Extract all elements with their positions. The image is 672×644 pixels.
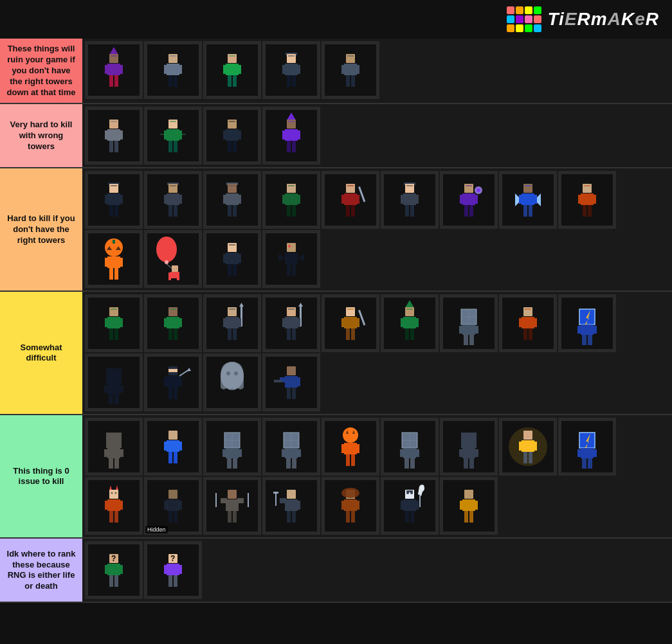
tier-item-b9[interactable] [558,171,616,229]
tier-item-c3[interactable] [203,294,261,352]
svg-rect-111 [288,185,295,186]
tier-item-b12[interactable] [203,230,261,288]
tier-item-c13[interactable] [262,353,320,411]
svg-rect-402 [221,498,227,503]
tier-item-f2[interactable]: ? [144,541,202,599]
tier-item-a4[interactable] [262,107,320,165]
tier-item-b10[interactable] [85,230,143,288]
svg-rect-377 [577,449,582,457]
svg-rect-55 [164,130,168,139]
tier-item-b5[interactable] [322,171,379,229]
svg-rect-386 [105,501,109,510]
tier-content-tier-s [82,39,672,103]
tier-item-d2[interactable] [144,418,202,476]
tier-item-d4[interactable] [262,418,320,476]
svg-rect-100 [237,195,241,204]
tier-item-a2[interactable] [144,107,202,165]
svg-rect-434 [410,511,414,523]
svg-rect-370 [523,452,527,463]
svg-rect-380 [588,458,592,469]
svg-rect-279 [119,385,123,393]
tier-item-d16[interactable] [440,477,498,535]
svg-rect-335 [296,449,301,457]
tier-item-s4[interactable] [262,41,320,99]
tier-item-b11[interactable] [144,230,202,288]
tier-item-c5[interactable] [322,294,379,352]
tier-item-a3[interactable] [203,107,261,165]
svg-rect-67 [229,121,235,122]
tier-item-c7[interactable] [440,294,498,352]
tier-item-d10[interactable] [85,477,143,535]
svg-rect-12 [164,65,168,74]
tier-item-b4[interactable] [262,171,320,229]
tier-item-d12[interactable] [203,477,261,535]
tier-item-d13[interactable] [262,477,320,535]
tier-item-b2[interactable] [144,171,202,229]
svg-rect-118 [346,205,350,217]
svg-rect-167 [119,258,123,267]
svg-text:?: ? [170,554,175,563]
tier-item-b7[interactable] [440,171,498,229]
tier-item-b13[interactable] [262,230,320,288]
tier-item-f1[interactable]: ? [85,541,143,599]
svg-rect-168 [109,268,113,280]
tier-item-d3[interactable] [203,418,261,476]
tier-item-b3[interactable] [203,171,261,229]
tier-item-d8[interactable] [499,418,557,476]
svg-rect-198 [119,318,123,327]
logo-cell [507,6,514,14]
tier-item-c10[interactable] [85,353,143,411]
svg-rect-393 [168,490,177,499]
tier-row-tier-c: Somewhat difficult [0,292,672,415]
tier-item-c2[interactable] [144,294,202,352]
tier-item-s1[interactable] [85,41,143,99]
svg-rect-416 [292,511,296,523]
svg-rect-326 [227,458,232,469]
tier-item-c9[interactable] [558,294,616,352]
svg-rect-174 [172,265,178,272]
svg-rect-312 [168,431,177,440]
svg-point-419 [341,488,359,498]
tier-item-d6[interactable] [381,418,439,476]
tier-item-c6[interactable] [381,294,439,352]
tier-item-s5[interactable] [322,41,379,99]
tier-item-a1[interactable] [85,107,143,165]
svg-rect-457 [168,575,172,587]
svg-rect-23 [233,75,237,87]
tier-item-c1[interactable] [85,294,143,352]
svg-rect-149 [525,185,531,186]
tier-item-c8[interactable] [499,294,557,352]
svg-rect-73 [296,130,300,139]
svg-rect-276 [106,368,122,384]
svg-rect-183 [228,264,232,276]
tier-item-d11[interactable]: Hidden [144,477,202,535]
tier-item-d15[interactable] [381,477,439,535]
svg-rect-117 [356,195,359,204]
tier-item-s2[interactable] [144,41,202,99]
tier-item-c11[interactable] [144,353,202,411]
tier-item-d14[interactable] [322,477,379,535]
tier-item-c12[interactable] [203,353,261,411]
svg-rect-71 [285,129,298,141]
tier-item-d5[interactable] [322,418,379,476]
tier-item-b1[interactable] [85,171,143,229]
svg-rect-184 [233,264,237,276]
svg-rect-20 [223,65,227,74]
svg-rect-110 [292,205,296,217]
tier-item-d1[interactable] [85,418,143,476]
tier-item-s3[interactable] [203,41,261,99]
tier-item-d9[interactable] [558,418,616,476]
tier-item-c4[interactable] [262,294,320,352]
svg-rect-448 [119,565,123,574]
tier-item-d7[interactable] [440,418,498,476]
tier-item-b8[interactable] [499,171,557,229]
logo-cell [507,24,514,32]
svg-rect-235 [356,318,359,327]
svg-rect-145 [519,195,523,204]
svg-rect-346 [351,454,355,466]
svg-rect-49 [111,121,117,122]
svg-rect-314 [164,442,168,451]
logo-cell [516,6,523,14]
tier-item-b6[interactable] [381,171,439,229]
svg-rect-297 [287,366,296,375]
